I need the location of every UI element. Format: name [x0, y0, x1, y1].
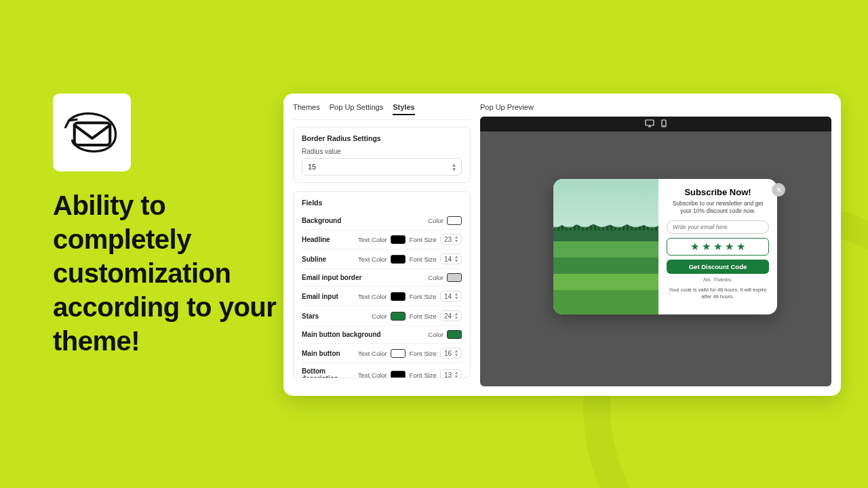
- star-icon: ★: [690, 241, 699, 253]
- stars-font-size-stepper[interactable]: 24 ▴▾: [440, 310, 462, 321]
- popup-image: [553, 179, 658, 314]
- row-main-button: Main button Text Color Font Size 16 ▴▾: [302, 343, 462, 363]
- row-main-button-bg: Main button background Color: [302, 325, 462, 343]
- stepper-caret-icon[interactable]: ▴▾: [452, 162, 456, 171]
- row-email-border: Email input border Color: [302, 268, 462, 286]
- radius-value-stepper[interactable]: 15 ▴▾: [302, 158, 462, 176]
- main-button-bg-swatch[interactable]: [447, 330, 462, 339]
- app-window: Themes Pop Up Settings Styles Border Rad…: [283, 94, 841, 396]
- main-button-text-color-swatch[interactable]: [391, 349, 406, 358]
- popup-fineprint: Your code is valid for 48 hours. It will…: [667, 287, 769, 300]
- preview-window: ✕ Subscribe Now! Subscribe to our newsle…: [480, 117, 831, 386]
- settings-tabs: Themes Pop Up Settings Styles: [293, 103, 471, 120]
- svg-rect-0: [74, 123, 109, 145]
- headline-font-size-stepper[interactable]: 23 ▴▾: [440, 234, 462, 245]
- row-stars: Stars Color Font Size 24 ▴▾: [302, 306, 462, 325]
- bottom-desc-text-color-swatch[interactable]: [391, 371, 406, 379]
- tab-themes[interactable]: Themes: [293, 103, 320, 115]
- border-radius-card: Border Radius Settings Radius value 15 ▴…: [293, 127, 471, 183]
- fields-title: Fields: [302, 199, 462, 207]
- star-icon: ★: [713, 241, 722, 253]
- email-input-font-size-stepper[interactable]: 14 ▴▾: [440, 291, 462, 302]
- star-icon: ★: [736, 241, 745, 253]
- row-email-input: Email input Text Color Font Size 14 ▴▾: [302, 286, 462, 306]
- stars-color-swatch[interactable]: [391, 312, 406, 321]
- radius-value-label: Radius value: [302, 148, 462, 155]
- preview-pane: Pop Up Preview ✕ Subscribe Now! Subscrib…: [480, 103, 831, 386]
- desktop-icon[interactable]: [645, 119, 654, 129]
- preview-title: Pop Up Preview: [480, 103, 831, 111]
- popup-cta-button[interactable]: Get Discount Code: [667, 260, 769, 274]
- border-radius-title: Border Radius Settings: [302, 134, 462, 142]
- email-input-text-color-swatch[interactable]: [391, 292, 406, 301]
- styles-settings-panel: Themes Pop Up Settings Styles Border Rad…: [293, 103, 471, 386]
- bottom-desc-font-size-stepper[interactable]: 13 ▴▾: [440, 369, 462, 378]
- popup-subline: Subscribe to our newsletter and get your…: [667, 200, 769, 215]
- radius-value: 15: [308, 163, 316, 171]
- row-headline: Headline Text Color Font Size 23 ▴▾: [302, 229, 462, 249]
- popup-headline: Subscribe Now!: [684, 187, 751, 197]
- email-border-color-swatch[interactable]: [447, 273, 462, 282]
- row-background: Background Color: [302, 212, 462, 229]
- subline-font-size-stepper[interactable]: 14 ▴▾: [440, 253, 462, 264]
- mobile-icon[interactable]: [661, 119, 667, 129]
- star-icon: ★: [725, 241, 734, 253]
- tab-styles[interactable]: Styles: [393, 103, 414, 115]
- tab-popup-settings[interactable]: Pop Up Settings: [330, 103, 384, 115]
- popup-stars[interactable]: ★ ★ ★ ★ ★: [667, 238, 769, 256]
- main-button-font-size-stepper[interactable]: 16 ▴▾: [440, 348, 462, 359]
- popup-decline-link[interactable]: No, Thanks.: [703, 277, 732, 283]
- headline-text-color-swatch[interactable]: [391, 235, 406, 244]
- star-icon: ★: [702, 241, 711, 253]
- app-logo: [53, 94, 131, 171]
- hero-headline: Ability to completely customization acco…: [53, 188, 277, 358]
- row-bottom-desc: Bottom description Text Color Font Size …: [302, 363, 462, 378]
- background-color-swatch[interactable]: [447, 216, 462, 225]
- svg-rect-1: [646, 120, 654, 125]
- svg-point-3: [664, 125, 665, 126]
- popup-email-input[interactable]: [667, 220, 769, 234]
- popup-preview: ✕ Subscribe Now! Subscribe to our newsle…: [553, 179, 777, 314]
- close-icon[interactable]: ✕: [772, 183, 785, 197]
- popup-content: ✕ Subscribe Now! Subscribe to our newsle…: [658, 179, 777, 314]
- row-subline: Subline Text Color Font Size 14 ▴▾: [302, 249, 462, 268]
- fields-card: Fields Background Color Headline Text Co…: [293, 191, 471, 378]
- preview-toolbar: [480, 117, 831, 131]
- subline-text-color-swatch[interactable]: [391, 255, 406, 264]
